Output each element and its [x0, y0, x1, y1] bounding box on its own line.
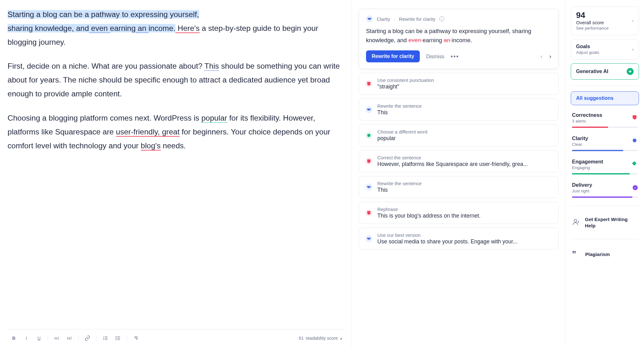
score-label: Overall score [576, 20, 609, 25]
toolbar-separator [127, 335, 127, 341]
category-bar [572, 150, 638, 151]
h2-button[interactable]: H2 [64, 333, 75, 343]
category-list: Correctness 3 alerts Clarity Clear Engag… [571, 107, 639, 200]
suggestion-preview: This [377, 187, 422, 193]
category-delivery[interactable]: Delivery Just right ✓ [571, 177, 639, 200]
active-suggestion-card: Clarity · Rewrite for clarity i Starting… [359, 9, 558, 69]
expert-help-row[interactable]: Get Expert Writing Help [571, 212, 639, 233]
goals-sublabel: Adjust goals [576, 50, 599, 55]
chevron-right-icon: › [632, 47, 634, 52]
suggestion-title: Rewrite the sentence [377, 103, 422, 109]
suggestion-title: Choose a different word [377, 129, 427, 134]
category-engagement[interactable]: Engagement Engaging [571, 154, 639, 177]
chevron-up-icon: ▲ [340, 337, 343, 340]
category-bar [572, 173, 638, 174]
quote-icon: ❞ [572, 249, 581, 259]
readability-score[interactable]: 61 readability score ▲ [299, 336, 343, 341]
person-icon [572, 218, 580, 227]
h1-button[interactable]: H1 [52, 333, 62, 343]
rewrite-button[interactable]: Rewrite for clarity [366, 50, 420, 62]
editor-column: Starting a blog can be a pathway to expr… [0, 0, 352, 347]
more-options-icon[interactable]: ••• [451, 53, 459, 60]
numbered-list-button[interactable] [100, 333, 110, 343]
svg-point-6 [116, 337, 116, 337]
next-suggestion-button[interactable]: › [549, 53, 551, 60]
suggestion-item[interactable]: Choose a different word popular [359, 124, 558, 146]
divider [571, 239, 639, 239]
card-body: Starting a blog can be a pathway to expr… [366, 27, 551, 45]
bold-button[interactable]: B [9, 333, 19, 343]
highlighted-text[interactable]: sharing knowledge, and [8, 24, 89, 32]
bullet-list-button[interactable] [113, 333, 123, 343]
suggestion-preview: Use social media to share your posts. En… [377, 238, 518, 245]
sparkle-icon: ✦ [627, 68, 634, 75]
category-name: Clarity [572, 135, 588, 141]
divider [571, 206, 639, 206]
check-purple-icon: ✓ [633, 185, 638, 190]
category-bar [572, 127, 638, 128]
editor-content[interactable]: Starting a blog can be a pathway to expr… [8, 8, 344, 329]
prev-suggestion-button[interactable]: ‹ [541, 53, 542, 60]
suggestion-preview: "straight" [377, 83, 434, 90]
underline-correctness[interactable]: Here's [175, 24, 200, 33]
paragraph-2[interactable]: First, decide on a niche. What are you p… [8, 59, 344, 101]
suggestion-item[interactable]: Rewrite the sentence This [359, 99, 558, 121]
clear-formatting-button[interactable] [131, 333, 141, 343]
suggestion-title: Correct the sentence [377, 155, 528, 160]
underline-correctness[interactable]: blog's [141, 141, 161, 151]
plagiarism-label: Plagiarism [585, 251, 610, 258]
score-sublabel: See performance [576, 26, 609, 31]
expert-help-label: Get Expert Writing Help [585, 216, 638, 229]
italic-button[interactable]: I [21, 333, 31, 343]
info-icon[interactable]: i [439, 16, 444, 21]
category-clarity[interactable]: Clarity Clear [571, 130, 639, 154]
generative-ai-label: Generative AI [576, 69, 608, 74]
svg-point-8 [116, 339, 116, 340]
paragraph-1[interactable]: Starting a blog can be a pathway to expr… [8, 8, 344, 49]
shield-red-icon [633, 115, 638, 120]
category-bar [572, 196, 638, 198]
suggestion-item[interactable]: Correct the sentence However, platforms … [359, 150, 558, 172]
suggestion-title: Use consistent punctuation [377, 77, 434, 83]
suggestion-item[interactable]: Rephrase This is your blog's address on … [359, 202, 558, 224]
suggestion-item[interactable]: Use consistent punctuation "straight" [359, 73, 558, 95]
suggestion-preview: This [377, 109, 422, 116]
suggestion-title: Use our best version [377, 232, 518, 238]
category-name: Delivery [572, 182, 592, 188]
link-button[interactable] [82, 333, 92, 343]
category-sub: 3 alerts [572, 119, 602, 123]
paragraph-3[interactable]: Choosing a blogging platform comes next.… [8, 111, 344, 153]
card-title: Rewrite for clarity [399, 16, 436, 22]
suggestion-item[interactable]: Rewrite the sentence This [359, 176, 558, 198]
underline-engagement[interactable]: popular [201, 114, 227, 123]
underline-correctness[interactable]: user-friendly, [116, 128, 160, 137]
suggestion-item[interactable]: Use our best version Use social media to… [359, 228, 558, 250]
all-suggestions-button[interactable]: All suggestions [571, 91, 639, 105]
red-dot-icon [365, 158, 372, 165]
chevron-right-icon: › [632, 18, 634, 24]
overall-score-box[interactable]: 94 Overall score See performance › [571, 6, 639, 35]
editor-toolbar: B I U H1 H2 61 readability score ▲ [8, 329, 344, 347]
strikethrough-text: an [444, 37, 452, 43]
suggestion-preview: However, platforms like Squarespace are … [377, 161, 528, 168]
goals-box[interactable]: Goals Adjust goals › [571, 39, 639, 60]
highlighted-text[interactable]: Starting a blog can be a pathway to expr… [8, 10, 199, 19]
card-category: Clarity [377, 16, 390, 22]
underline-clarity[interactable]: even [89, 24, 110, 33]
strikethrough-text: even [408, 37, 423, 43]
underline-button[interactable]: U [34, 333, 44, 343]
category-correctness[interactable]: Correctness 3 alerts [571, 107, 639, 130]
suggestion-title: Rephrase [377, 207, 480, 212]
blue-dot-icon [365, 235, 372, 242]
clarity-icon [366, 15, 373, 22]
generative-ai-box[interactable]: Generative AI ✦ [571, 63, 639, 80]
underline-correctness[interactable]: great [160, 128, 180, 137]
dismiss-button[interactable]: Dismiss [426, 54, 444, 60]
plagiarism-row[interactable]: ❞ Plagiarism [571, 245, 639, 264]
toolbar-separator [96, 335, 97, 341]
category-name: Engagement [572, 159, 603, 165]
underline-clarity[interactable]: an [136, 24, 148, 33]
toolbar-separator [78, 335, 79, 341]
underline-clarity[interactable]: This [204, 62, 219, 71]
red-dot-icon [365, 209, 372, 216]
